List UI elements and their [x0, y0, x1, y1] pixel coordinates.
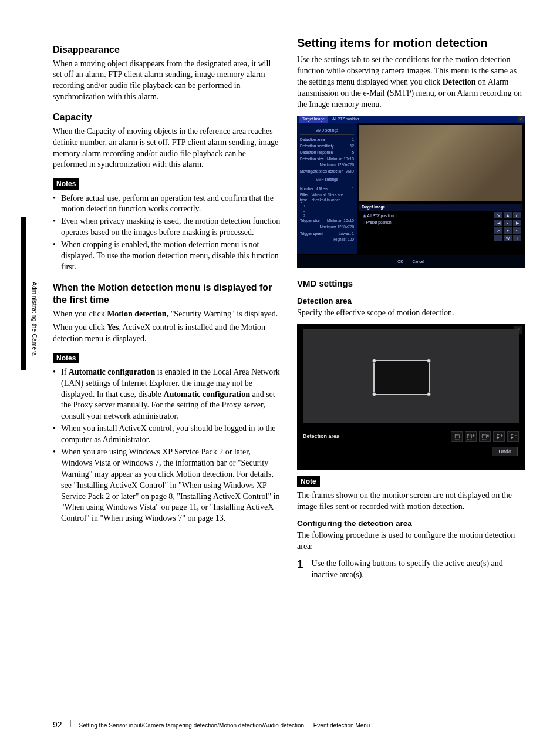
detection-canvas[interactable] [303, 329, 519, 423]
para-disappearance: When a moving object disappears from the… [53, 59, 281, 103]
area-delete-button[interactable]: ⬚ˣ [479, 431, 491, 442]
ptz-control-pad: ↘ ▲ ↙ ◀ • ▶ ↗ ▼ ↖ W T [494, 212, 521, 241]
detection-area-toolbar-label: Detection area [303, 433, 339, 440]
notes-list-2: If Automatic configuration is enabled in… [53, 367, 281, 524]
side-tab-label: Administrating the Camera [30, 282, 38, 356]
ptz-button[interactable]: ▶ [513, 220, 521, 226]
cancel-button[interactable]: Cancel [413, 260, 424, 265]
note-item: When you are using Windows XP Service Pa… [53, 447, 281, 524]
heading-vmd-settings: VMD settings [297, 278, 525, 289]
section-vmf-label: VMF settings [300, 177, 354, 184]
ptz-button[interactable]: ↖ [513, 227, 521, 234]
heading-first-time: When the Motion detection menu is displa… [53, 281, 281, 306]
note-item: If Automatic configuration is enabled in… [53, 367, 281, 422]
para-configuring: The following procedure is used to confi… [297, 530, 525, 552]
right-column: Setting items for motion detection Use t… [297, 35, 525, 701]
step-1: 1 Use the following buttons to specify t… [297, 558, 525, 581]
ptz-button[interactable]: • [504, 220, 512, 226]
position-radio-group: All PTZ position Preset position [363, 213, 394, 226]
notes-label-1: Notes [53, 178, 79, 189]
step-text: Use the following buttons to specify the… [312, 558, 525, 581]
side-tab: Administrating the Camera [21, 217, 42, 370]
page-footer: 92 Setting the Sensor input/Camera tampe… [53, 719, 525, 730]
area-select-button[interactable]: ⬚ [451, 431, 463, 442]
ok-button[interactable]: OK [397, 260, 403, 265]
resize-handle[interactable] [427, 392, 431, 396]
area-add-button[interactable]: ⬚⁺ [465, 431, 477, 442]
zoom-tele-button[interactable]: T [513, 235, 521, 241]
dialog-buttons: OK Cancel [297, 255, 525, 268]
screenshot-tabbar: Target Image All PTZ position [297, 116, 525, 123]
inactive-remove-button[interactable]: ↧⁻ [507, 431, 519, 442]
detection-area-screenshot: ⤢ Detection area ⬚ ⬚⁺ ⬚ˣ ↧⁺ ↧⁻ Undo [297, 324, 525, 470]
heading-setting-items: Setting items for motion detection [297, 35, 525, 51]
footer-text: Setting the Sensor input/Camera tamperin… [79, 722, 370, 730]
para-first-time-b: When you click Yes, ActiveX control is i… [53, 322, 281, 345]
ptz-button[interactable]: ▼ [504, 227, 512, 234]
undo-button[interactable]: Undo [492, 447, 518, 456]
note-item: When you install ActiveX control, you sh… [53, 423, 281, 446]
para-detection-area: Specify the effective scope of motion de… [297, 308, 525, 319]
expand-icon[interactable]: ⤢ [518, 116, 524, 122]
resize-handle[interactable] [372, 392, 376, 396]
note-item: Even when privacy masking is used, the m… [53, 216, 281, 238]
para-intro: Use the settings tab to set the conditio… [297, 55, 525, 110]
resize-handle[interactable] [372, 359, 376, 363]
target-image-bar: Target image [359, 204, 522, 211]
radio-all-ptz[interactable]: All PTZ position [363, 213, 394, 220]
note-item: When cropping is enabled, the motion det… [53, 240, 281, 273]
camera-preview [359, 125, 522, 201]
step-number: 1 [297, 558, 303, 581]
page-number: 92 [53, 719, 62, 730]
zoom-wide-button[interactable]: W [504, 235, 512, 241]
ptz-button[interactable]: ▲ [504, 212, 512, 218]
para-note: The frames shown on the monitor screen a… [297, 490, 525, 513]
note-item: Before actual use, perform an operation … [53, 193, 281, 215]
detection-toolbar: Detection area ⬚ ⬚⁺ ⬚ˣ ↧⁺ ↧⁻ [303, 428, 519, 444]
ptz-button[interactable]: ↘ [494, 212, 502, 218]
tab-target-image[interactable]: Target Image [299, 116, 328, 123]
ptz-button[interactable]: ↙ [513, 212, 521, 218]
left-column: Disappearance When a moving object disap… [53, 35, 281, 701]
settings-screenshot: Target Image All PTZ position ⤢ VMD sett… [297, 116, 525, 268]
section-vmd-label: VMD settings [300, 128, 354, 135]
para-capacity: When the Capacity of moving objects in t… [53, 126, 281, 171]
detection-frame[interactable] [373, 360, 430, 395]
notes-list-1: Before actual use, perform an operation … [53, 193, 281, 273]
note-label: Note [297, 476, 320, 487]
inactive-add-button[interactable]: ↧⁺ [493, 431, 505, 442]
settings-side-panel: VMD settings Detection area1 Detection s… [297, 123, 357, 254]
ptz-button[interactable]: ◀ [494, 220, 502, 226]
heading-configuring: Configuring the detection area [297, 518, 525, 529]
tab-all-ptz[interactable]: All PTZ position [332, 117, 359, 122]
heading-disappearance: Disappearance [53, 43, 281, 56]
resize-handle[interactable] [427, 359, 431, 363]
ptz-button[interactable]: ↗ [494, 227, 502, 234]
para-first-time-a: When you click Motion detection, "Securi… [53, 309, 281, 320]
notes-label-2: Notes [53, 353, 79, 363]
heading-detection-area: Detection area [297, 296, 525, 306]
heading-capacity: Capacity [53, 111, 281, 124]
page-body: Disappearance When a moving object disap… [0, 0, 560, 725]
radio-preset[interactable]: Preset position [363, 220, 394, 226]
